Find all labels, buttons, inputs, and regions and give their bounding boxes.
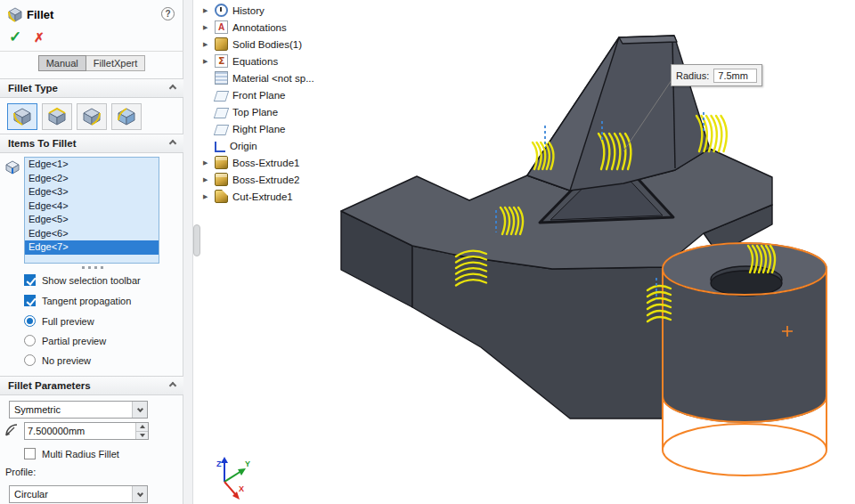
multi-radius-label: Multi Radius Fillet xyxy=(42,449,119,459)
orientation-triad: Z Y X xyxy=(216,457,250,500)
tree-item-label: Equations xyxy=(232,56,278,67)
section-label: Fillet Type xyxy=(8,83,58,93)
checkbox-tangent-propagation[interactable]: Tangent propagation xyxy=(24,295,141,306)
radio-box xyxy=(24,335,36,346)
profile-dropdown-value: Circular xyxy=(14,489,48,500)
radius-spinner xyxy=(135,423,148,439)
tab-filletxpert[interactable]: FilletXpert xyxy=(86,55,146,71)
tree-item-origin[interactable]: Origin xyxy=(203,137,314,154)
divider xyxy=(0,51,183,52)
radius-input[interactable] xyxy=(25,423,135,439)
expand-arrow[interactable]: ▶ xyxy=(203,24,215,31)
tree-item-boss-extrude1[interactable]: ▶Boss-Extrude1 xyxy=(203,154,314,171)
profile-dropdown[interactable]: Circular xyxy=(9,485,148,503)
listbox-resize-grip[interactable] xyxy=(82,266,103,269)
collapse-chevron-icon xyxy=(169,85,176,92)
checkbox-box xyxy=(24,274,36,286)
fillet-ribbon-stroke xyxy=(533,142,537,169)
plane-icon xyxy=(214,91,229,102)
edge-list-item[interactable]: Edge<1> xyxy=(25,158,159,172)
expand-arrow[interactable]: ▶ xyxy=(203,7,215,14)
radio-box xyxy=(24,354,36,366)
tree-item-top-plane[interactable]: Top Plane xyxy=(203,103,314,120)
cancel-button[interactable]: ✗ xyxy=(34,31,45,44)
panel-title: Fillet xyxy=(27,8,53,21)
expand-arrow[interactable]: ▶ xyxy=(203,41,215,48)
edge-list-item[interactable]: Edge<7> xyxy=(25,240,159,255)
radio-full-preview[interactable]: Full preview xyxy=(24,315,106,327)
tree-item-history[interactable]: ▶History xyxy=(203,2,314,19)
section-header-fillet-type[interactable]: Fillet Type xyxy=(0,78,183,98)
radio-no-preview[interactable]: No preview xyxy=(24,354,106,366)
help-icon[interactable]: ? xyxy=(161,7,175,20)
panel-scrollbar[interactable] xyxy=(183,0,193,504)
expand-arrow[interactable]: ▶ xyxy=(203,159,215,167)
symmetry-dropdown[interactable]: Symmetric xyxy=(9,401,148,419)
edge-list-item[interactable]: Edge<2> xyxy=(25,172,159,186)
ok-button[interactable]: ✓ xyxy=(9,29,21,45)
origin-icon xyxy=(215,142,225,152)
spinner-up-button[interactable] xyxy=(136,423,148,431)
boss-extrude-icon xyxy=(215,156,228,169)
edge-list-item[interactable]: Edge<4> xyxy=(25,199,159,214)
plane-icon xyxy=(214,125,229,135)
feature-tree: ▶History▶Annotations▶Solid Bodies(1)▶Equ… xyxy=(203,2,314,205)
cylinder-boss xyxy=(663,243,826,422)
tab-manual[interactable]: Manual xyxy=(38,55,86,71)
plane-icon xyxy=(214,108,229,118)
tree-item-material-not-sp[interactable]: Material <not sp... xyxy=(203,69,314,86)
checkbox-show-selection-toolbar[interactable]: Show selection toolbar xyxy=(24,274,141,286)
edges-listbox[interactable]: Edge<1>Edge<2>Edge<3>Edge<4>Edge<5>Edge<… xyxy=(24,157,159,264)
multi-radius-checkbox[interactable]: Multi Radius Fillet xyxy=(24,448,119,459)
preview-options: Full previewPartial previewNo preview xyxy=(24,315,106,366)
section-header-fillet-parameters[interactable]: Fillet Parameters xyxy=(0,376,183,395)
multi-radius-checkbox-box xyxy=(24,448,36,459)
tree-item-label: Material <not sp... xyxy=(232,73,314,84)
spinner-down-button[interactable] xyxy=(136,431,148,440)
triad-y-label: Y xyxy=(245,459,250,468)
tree-item-label: Cut-Extrude1 xyxy=(232,191,293,202)
history-icon xyxy=(215,4,228,17)
tree-item-annotations[interactable]: ▶Annotations xyxy=(203,19,314,36)
tree-item-cut-extrude1[interactable]: ▶Cut-Extrude1 xyxy=(203,188,314,205)
checkbox-box xyxy=(24,295,36,306)
triangle-up-icon xyxy=(140,425,145,428)
panel-splitter-handle[interactable] xyxy=(193,224,200,256)
dropdown-button[interactable] xyxy=(132,402,147,418)
expand-arrow[interactable]: ▶ xyxy=(203,58,215,65)
variable-size-fillet-button[interactable] xyxy=(42,103,72,130)
edge-list-item[interactable]: Edge<6> xyxy=(25,227,159,241)
radius-callout-value[interactable]: 7.5mm xyxy=(713,69,757,83)
full-round-fillet-button[interactable] xyxy=(111,103,142,130)
radius-field xyxy=(24,422,149,440)
radius-callout: Radius: 7.5mm xyxy=(671,64,762,86)
chevron-down-icon xyxy=(136,405,142,411)
edge-list-item[interactable]: Edge<5> xyxy=(25,213,159,227)
expand-arrow[interactable]: ▶ xyxy=(203,176,215,183)
tree-item-label: Front Plane xyxy=(232,90,285,101)
face-fillet-button[interactable] xyxy=(77,103,107,130)
checkbox-label: Tangent propagation xyxy=(42,296,131,306)
tree-item-solid-bodies-1[interactable]: ▶Solid Bodies(1) xyxy=(203,36,314,53)
triangle-down-icon xyxy=(140,434,145,437)
tree-item-front-plane[interactable]: Front Plane xyxy=(203,86,314,103)
collapse-chevron-icon xyxy=(169,382,176,389)
radio-partial-preview[interactable]: Partial preview xyxy=(24,335,106,346)
dropdown-button[interactable] xyxy=(132,486,147,502)
section-header-items-to-fillet[interactable]: Items To Fillet xyxy=(0,134,183,153)
section-label: Fillet Parameters xyxy=(8,380,91,391)
tree-item-equations[interactable]: ▶Equations xyxy=(203,53,314,69)
expand-arrow[interactable]: ▶ xyxy=(203,193,215,200)
radio-label: Full preview xyxy=(42,316,94,327)
boss-extrude-icon xyxy=(215,173,228,186)
radio-box xyxy=(24,315,36,327)
tree-item-label: Top Plane xyxy=(232,107,278,118)
mode-tabs: ManualFilletXpert xyxy=(0,55,183,71)
tree-item-boss-extrude2[interactable]: ▶Boss-Extrude2 xyxy=(203,171,314,188)
tree-item-right-plane[interactable]: Right Plane xyxy=(203,120,314,137)
section-label: Items To Fillet xyxy=(8,138,76,149)
triad-z-label: Z xyxy=(216,459,222,468)
edge-list-item[interactable]: Edge<3> xyxy=(25,185,159,199)
constant-size-fillet-button[interactable] xyxy=(7,103,37,130)
tree-item-label: Origin xyxy=(230,141,257,151)
